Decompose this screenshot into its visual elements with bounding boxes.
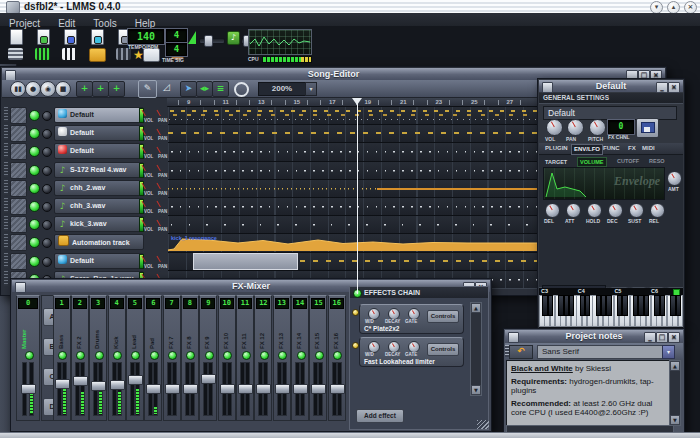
- track-solo-button[interactable]: [42, 202, 52, 212]
- stop-button[interactable]: ■: [55, 81, 71, 97]
- add-automation-track-button[interactable]: +: [108, 81, 125, 97]
- save-project-button[interactable]: [87, 29, 108, 44]
- track-grip-handle[interactable]: [4, 180, 8, 195]
- hold-knob[interactable]: [587, 203, 602, 218]
- project-notes-minimize-button[interactable]: _: [644, 332, 656, 343]
- fader-handle[interactable]: [110, 380, 125, 390]
- fader-handle[interactable]: [21, 384, 36, 394]
- track-grip-handle[interactable]: [4, 162, 8, 177]
- fx-channel-led[interactable]: [297, 351, 306, 360]
- track-pattern-segment[interactable]: [168, 252, 548, 271]
- track-name[interactable]: ♪chh_2.wav: [54, 180, 144, 196]
- track-solo-button[interactable]: [42, 220, 52, 230]
- record-play-button[interactable]: ◉: [40, 81, 56, 97]
- fx-channel-led[interactable]: [113, 351, 122, 360]
- bb-editor-button[interactable]: [33, 47, 54, 62]
- font-combo-arrow-icon[interactable]: ▾: [662, 345, 675, 359]
- draw-mode-button[interactable]: ✎: [138, 80, 157, 98]
- track-name[interactable]: Automation track: [54, 234, 144, 250]
- main-titlebar[interactable]: dsfbl2* - LMMS 0.4.0 ▾ ▴ ×: [0, 0, 700, 14]
- fader-handle[interactable]: [73, 376, 88, 386]
- track-mute-led[interactable]: [29, 165, 40, 176]
- fx-channel-strip[interactable]: 0Master: [16, 295, 40, 421]
- add-effect-button[interactable]: Add effect: [356, 409, 404, 423]
- track-pattern-segment[interactable]: [168, 161, 548, 180]
- fx-channel-strip[interactable]: 12FX 12: [254, 295, 272, 421]
- black-key[interactable]: [569, 295, 574, 316]
- project-notes-maximize-button[interactable]: □: [656, 332, 668, 343]
- instrument-titlebar[interactable]: Default _ ×: [539, 80, 683, 92]
- tab-fx[interactable]: FX: [626, 144, 638, 153]
- fader-handle[interactable]: [256, 384, 271, 394]
- target-cutoff[interactable]: CUTOFF: [615, 157, 641, 165]
- track-ops-button[interactable]: [10, 216, 27, 233]
- track-pattern-segment[interactable]: [168, 142, 548, 161]
- open-project-button[interactable]: [33, 29, 54, 44]
- track-grip-handle[interactable]: [4, 234, 8, 249]
- project-notes-text[interactable]: Black and White by SkiessiRequirements: …: [506, 360, 674, 426]
- track-solo-button[interactable]: [42, 184, 52, 194]
- black-key[interactable]: [644, 295, 649, 316]
- track-grip-handle[interactable]: [4, 107, 8, 122]
- add-bb-track-button[interactable]: +: [76, 81, 93, 97]
- track-grip-handle[interactable]: [4, 253, 8, 268]
- notes-vertical-scrollbar[interactable]: ▲ ▼: [669, 360, 681, 426]
- fx-channel-strip[interactable]: 1Bass: [53, 295, 71, 421]
- effect-enable-led[interactable]: [352, 309, 359, 316]
- master-volume-slider[interactable]: [199, 38, 225, 44]
- effect-unit[interactable]: W/DDECAYGATEControlsFast Lookahead limit…: [359, 337, 464, 367]
- track-ops-button[interactable]: [10, 143, 27, 160]
- notes-scroll-up-icon[interactable]: ▲: [670, 361, 680, 371]
- fx-channel-led[interactable]: [95, 351, 104, 360]
- track-mute-led[interactable]: [29, 256, 40, 267]
- fx-channel-led[interactable]: [58, 351, 67, 360]
- fx-channel-strip[interactable]: 10FX 10: [218, 295, 236, 421]
- fx-channel-led[interactable]: [242, 351, 251, 360]
- new-project-button[interactable]: [6, 29, 27, 44]
- track-mute-led[interactable]: [29, 219, 40, 230]
- track-name[interactable]: ♪S-172 Real 4.wav: [54, 162, 144, 178]
- fader-handle[interactable]: [183, 384, 198, 394]
- track-pattern-segment[interactable]: [168, 215, 548, 234]
- zoom-level-combo[interactable]: 200%: [258, 82, 306, 96]
- effect-enable-led[interactable]: [352, 342, 359, 349]
- att-knob[interactable]: [566, 203, 581, 218]
- fader-handle[interactable]: [293, 384, 308, 394]
- fx-channel-strip[interactable]: 13FX 13: [273, 295, 291, 421]
- undo-button[interactable]: ↶: [509, 345, 533, 359]
- fader-handle[interactable]: [220, 384, 235, 394]
- fx-channel-led[interactable]: [333, 351, 342, 360]
- track-pattern-segment[interactable]: kick_1 resonance: [168, 233, 548, 252]
- add-sample-track-button[interactable]: +: [92, 81, 109, 97]
- song-editor-button[interactable]: [6, 47, 27, 62]
- fader-handle[interactable]: [311, 384, 326, 394]
- fx-channel-led[interactable]: [131, 351, 140, 360]
- fx-channel-strip[interactable]: 6Pad: [144, 295, 162, 421]
- effect-unit[interactable]: W/DDECAYGATEControlsC* Plate2x2: [359, 304, 464, 334]
- fader-handle[interactable]: [55, 379, 70, 389]
- track-pan-knob[interactable]: [159, 180, 161, 199]
- track-grip-handle[interactable]: [4, 271, 8, 286]
- fx-channel-strip[interactable]: 14FX 14: [291, 295, 309, 421]
- scroll-down-icon[interactable]: ▼: [471, 385, 481, 395]
- project-notes-close-button[interactable]: ×: [668, 332, 680, 343]
- track-volume-knob[interactable]: [144, 107, 146, 126]
- target-reso[interactable]: RESO: [647, 157, 667, 165]
- track-mute-led[interactable]: [29, 237, 40, 248]
- black-key[interactable]: [548, 295, 553, 316]
- track-mute-led[interactable]: [29, 110, 40, 121]
- track-solo-button[interactable]: [42, 129, 52, 139]
- black-key[interactable]: [585, 295, 590, 316]
- fx-channel-led[interactable]: [315, 351, 324, 360]
- track-pan-knob[interactable]: [159, 162, 161, 181]
- font-family-combo[interactable]: Sans Serif: [537, 345, 663, 359]
- track-pan-knob[interactable]: [159, 216, 161, 235]
- scroll-up-icon[interactable]: ▲: [471, 303, 481, 313]
- sust-knob[interactable]: [629, 203, 644, 218]
- star-icon[interactable]: ★: [133, 48, 144, 62]
- track-name[interactable]: Default: [54, 253, 144, 269]
- fx-channel-strip[interactable]: 2FX 2: [71, 295, 89, 421]
- track-grip-handle[interactable]: [4, 125, 8, 140]
- track-name[interactable]: ♪chh_3.wav: [54, 198, 144, 214]
- track-pattern-segment[interactable]: [168, 106, 548, 125]
